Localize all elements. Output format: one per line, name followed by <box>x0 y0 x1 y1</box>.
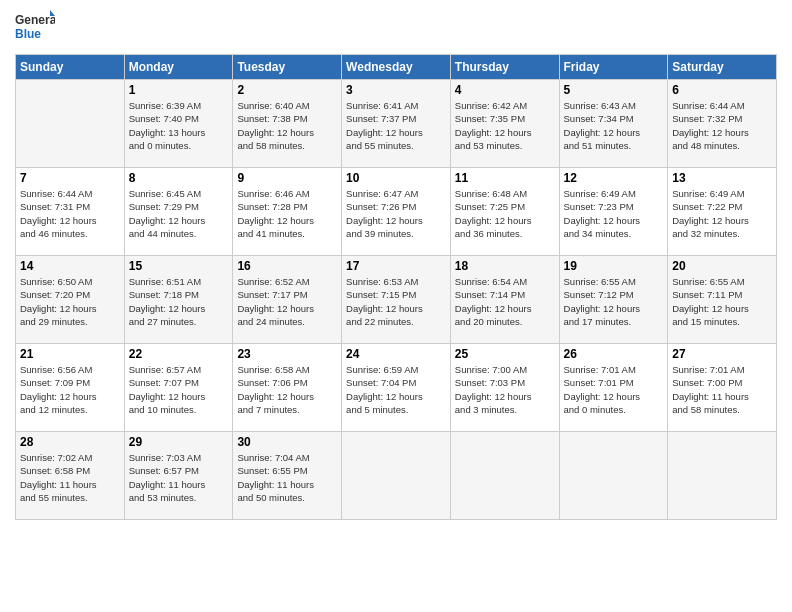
day-number: 16 <box>237 259 337 273</box>
cell-w4-d6: 26Sunrise: 7:01 AMSunset: 7:01 PMDayligh… <box>559 344 668 432</box>
day-number: 15 <box>129 259 229 273</box>
cell-w2-d3: 9Sunrise: 6:46 AMSunset: 7:28 PMDaylight… <box>233 168 342 256</box>
cell-w2-d2: 8Sunrise: 6:45 AMSunset: 7:29 PMDaylight… <box>124 168 233 256</box>
cell-w2-d7: 13Sunrise: 6:49 AMSunset: 7:22 PMDayligh… <box>668 168 777 256</box>
day-number: 13 <box>672 171 772 185</box>
cell-w1-d5: 4Sunrise: 6:42 AMSunset: 7:35 PMDaylight… <box>450 80 559 168</box>
cell-w2-d5: 11Sunrise: 6:48 AMSunset: 7:25 PMDayligh… <box>450 168 559 256</box>
cell-w1-d3: 2Sunrise: 6:40 AMSunset: 7:38 PMDaylight… <box>233 80 342 168</box>
day-number: 8 <box>129 171 229 185</box>
cell-w1-d7: 6Sunrise: 6:44 AMSunset: 7:32 PMDaylight… <box>668 80 777 168</box>
header-saturday: Saturday <box>668 55 777 80</box>
week-row-4: 21Sunrise: 6:56 AMSunset: 7:09 PMDayligh… <box>16 344 777 432</box>
day-info: Sunrise: 6:54 AMSunset: 7:14 PMDaylight:… <box>455 275 555 328</box>
day-number: 7 <box>20 171 120 185</box>
day-info: Sunrise: 6:53 AMSunset: 7:15 PMDaylight:… <box>346 275 446 328</box>
cell-w3-d4: 17Sunrise: 6:53 AMSunset: 7:15 PMDayligh… <box>342 256 451 344</box>
day-number: 17 <box>346 259 446 273</box>
day-number: 27 <box>672 347 772 361</box>
day-number: 14 <box>20 259 120 273</box>
header-friday: Friday <box>559 55 668 80</box>
cell-w3-d1: 14Sunrise: 6:50 AMSunset: 7:20 PMDayligh… <box>16 256 125 344</box>
day-info: Sunrise: 6:44 AMSunset: 7:31 PMDaylight:… <box>20 187 120 240</box>
day-number: 22 <box>129 347 229 361</box>
day-info: Sunrise: 6:43 AMSunset: 7:34 PMDaylight:… <box>564 99 664 152</box>
cell-w3-d6: 19Sunrise: 6:55 AMSunset: 7:12 PMDayligh… <box>559 256 668 344</box>
day-number: 20 <box>672 259 772 273</box>
cell-w3-d7: 20Sunrise: 6:55 AMSunset: 7:11 PMDayligh… <box>668 256 777 344</box>
day-number: 4 <box>455 83 555 97</box>
day-info: Sunrise: 6:49 AMSunset: 7:23 PMDaylight:… <box>564 187 664 240</box>
day-number: 2 <box>237 83 337 97</box>
day-info: Sunrise: 6:45 AMSunset: 7:29 PMDaylight:… <box>129 187 229 240</box>
cell-w5-d5 <box>450 432 559 520</box>
logo: General Blue <box>15 10 55 46</box>
header-sunday: Sunday <box>16 55 125 80</box>
cell-w5-d6 <box>559 432 668 520</box>
day-info: Sunrise: 7:01 AMSunset: 7:01 PMDaylight:… <box>564 363 664 416</box>
page-container: General Blue SundayMondayTuesdayWednesda… <box>0 0 792 530</box>
logo-svg: General Blue <box>15 10 55 46</box>
day-number: 11 <box>455 171 555 185</box>
cell-w4-d1: 21Sunrise: 6:56 AMSunset: 7:09 PMDayligh… <box>16 344 125 432</box>
week-row-2: 7Sunrise: 6:44 AMSunset: 7:31 PMDaylight… <box>16 168 777 256</box>
day-info: Sunrise: 6:56 AMSunset: 7:09 PMDaylight:… <box>20 363 120 416</box>
day-number: 5 <box>564 83 664 97</box>
day-info: Sunrise: 6:41 AMSunset: 7:37 PMDaylight:… <box>346 99 446 152</box>
day-info: Sunrise: 6:49 AMSunset: 7:22 PMDaylight:… <box>672 187 772 240</box>
cell-w4-d4: 24Sunrise: 6:59 AMSunset: 7:04 PMDayligh… <box>342 344 451 432</box>
cell-w1-d4: 3Sunrise: 6:41 AMSunset: 7:37 PMDaylight… <box>342 80 451 168</box>
cell-w2-d6: 12Sunrise: 6:49 AMSunset: 7:23 PMDayligh… <box>559 168 668 256</box>
day-number: 29 <box>129 435 229 449</box>
day-number: 10 <box>346 171 446 185</box>
week-row-3: 14Sunrise: 6:50 AMSunset: 7:20 PMDayligh… <box>16 256 777 344</box>
day-info: Sunrise: 6:40 AMSunset: 7:38 PMDaylight:… <box>237 99 337 152</box>
day-info: Sunrise: 7:02 AMSunset: 6:58 PMDaylight:… <box>20 451 120 504</box>
day-info: Sunrise: 6:58 AMSunset: 7:06 PMDaylight:… <box>237 363 337 416</box>
day-number: 6 <box>672 83 772 97</box>
day-info: Sunrise: 6:51 AMSunset: 7:18 PMDaylight:… <box>129 275 229 328</box>
day-number: 19 <box>564 259 664 273</box>
header-wednesday: Wednesday <box>342 55 451 80</box>
header: General Blue <box>15 10 777 46</box>
day-number: 9 <box>237 171 337 185</box>
cell-w5-d2: 29Sunrise: 7:03 AMSunset: 6:57 PMDayligh… <box>124 432 233 520</box>
cell-w5-d4 <box>342 432 451 520</box>
cell-w1-d6: 5Sunrise: 6:43 AMSunset: 7:34 PMDaylight… <box>559 80 668 168</box>
day-info: Sunrise: 6:44 AMSunset: 7:32 PMDaylight:… <box>672 99 772 152</box>
calendar-table: SundayMondayTuesdayWednesdayThursdayFrid… <box>15 54 777 520</box>
day-info: Sunrise: 6:52 AMSunset: 7:17 PMDaylight:… <box>237 275 337 328</box>
header-row: SundayMondayTuesdayWednesdayThursdayFrid… <box>16 55 777 80</box>
day-info: Sunrise: 6:50 AMSunset: 7:20 PMDaylight:… <box>20 275 120 328</box>
day-number: 21 <box>20 347 120 361</box>
day-number: 30 <box>237 435 337 449</box>
svg-text:Blue: Blue <box>15 27 41 41</box>
cell-w5-d3: 30Sunrise: 7:04 AMSunset: 6:55 PMDayligh… <box>233 432 342 520</box>
day-info: Sunrise: 6:48 AMSunset: 7:25 PMDaylight:… <box>455 187 555 240</box>
cell-w2-d4: 10Sunrise: 6:47 AMSunset: 7:26 PMDayligh… <box>342 168 451 256</box>
cell-w4-d7: 27Sunrise: 7:01 AMSunset: 7:00 PMDayligh… <box>668 344 777 432</box>
cell-w2-d1: 7Sunrise: 6:44 AMSunset: 7:31 PMDaylight… <box>16 168 125 256</box>
day-info: Sunrise: 6:59 AMSunset: 7:04 PMDaylight:… <box>346 363 446 416</box>
day-number: 26 <box>564 347 664 361</box>
week-row-5: 28Sunrise: 7:02 AMSunset: 6:58 PMDayligh… <box>16 432 777 520</box>
cell-w1-d2: 1Sunrise: 6:39 AMSunset: 7:40 PMDaylight… <box>124 80 233 168</box>
day-number: 23 <box>237 347 337 361</box>
cell-w3-d2: 15Sunrise: 6:51 AMSunset: 7:18 PMDayligh… <box>124 256 233 344</box>
header-monday: Monday <box>124 55 233 80</box>
day-number: 3 <box>346 83 446 97</box>
header-tuesday: Tuesday <box>233 55 342 80</box>
cell-w4-d5: 25Sunrise: 7:00 AMSunset: 7:03 PMDayligh… <box>450 344 559 432</box>
day-info: Sunrise: 6:47 AMSunset: 7:26 PMDaylight:… <box>346 187 446 240</box>
day-number: 12 <box>564 171 664 185</box>
day-info: Sunrise: 7:04 AMSunset: 6:55 PMDaylight:… <box>237 451 337 504</box>
cell-w5-d1: 28Sunrise: 7:02 AMSunset: 6:58 PMDayligh… <box>16 432 125 520</box>
day-number: 25 <box>455 347 555 361</box>
day-info: Sunrise: 7:03 AMSunset: 6:57 PMDaylight:… <box>129 451 229 504</box>
day-info: Sunrise: 6:42 AMSunset: 7:35 PMDaylight:… <box>455 99 555 152</box>
day-info: Sunrise: 6:55 AMSunset: 7:11 PMDaylight:… <box>672 275 772 328</box>
cell-w5-d7 <box>668 432 777 520</box>
cell-w3-d3: 16Sunrise: 6:52 AMSunset: 7:17 PMDayligh… <box>233 256 342 344</box>
day-number: 18 <box>455 259 555 273</box>
day-number: 24 <box>346 347 446 361</box>
